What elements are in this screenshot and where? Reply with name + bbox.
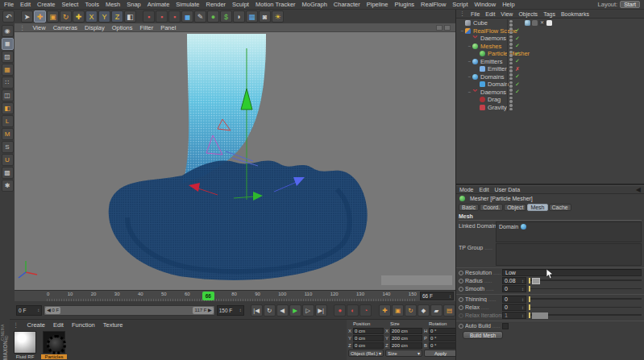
polygons-mode-icon[interactable]: ◧ — [2, 102, 14, 114]
record-keyframe-button[interactable]: ● — [334, 304, 346, 317]
object-label[interactable]: Emitter — [488, 65, 507, 72]
menu-item[interactable]: Plugins — [394, 1, 414, 8]
attribute-tab[interactable]: Coord. — [480, 204, 503, 211]
key-rotation-toggle[interactable]: ↻ — [405, 304, 417, 317]
camera-icon[interactable]: ◙ — [259, 10, 271, 23]
visibility-dots[interactable] — [509, 104, 513, 110]
enable-check-icon[interactable]: ✓ — [514, 27, 521, 34]
object-row[interactable]: Emitter ✗ — [456, 65, 644, 73]
tp-group-box[interactable] — [496, 243, 642, 266]
layout-select[interactable]: Start — [620, 1, 640, 8]
grid-array-icon[interactable]: ▦ — [246, 10, 258, 23]
viewport[interactable]: ⋮ ViewCamerasDisplayOptionsFilterPanel — [15, 23, 455, 290]
material-menu-item[interactable]: Texture — [103, 321, 123, 329]
object-label[interactable]: Domains — [480, 73, 505, 81]
relax-slider[interactable] — [529, 304, 642, 311]
am-menu-item[interactable]: Mode — [459, 187, 474, 192]
end-frame-field[interactable]: 150 F↕ — [217, 305, 244, 316]
phong-tag-icon[interactable] — [525, 20, 530, 26]
position-field[interactable]: 0 cm — [353, 342, 384, 349]
enable-check-icon[interactable]: ✓ — [514, 51, 521, 57]
menu-item[interactable]: Motion Tracker — [256, 1, 296, 8]
preview-range-slider[interactable]: ◀ 0 F 117 F ▶ — [44, 305, 214, 316]
position-field[interactable]: 0 cm — [353, 328, 384, 334]
texture-mode-icon[interactable]: ▨ — [2, 51, 14, 63]
menu-item[interactable]: Tools — [85, 1, 99, 8]
material-menu-item[interactable]: Edit — [53, 321, 64, 329]
visibility-dots[interactable] — [509, 35, 513, 42]
object-row[interactable]: Gravity — [456, 104, 644, 112]
keyframe-selection-button[interactable]: ◔ — [359, 304, 372, 317]
enable-check-icon[interactable]: ✓ — [514, 89, 521, 95]
enable-check-icon[interactable]: ✓ — [514, 81, 521, 88]
material-menu-item[interactable]: Create — [27, 321, 46, 329]
render-picture-viewer-icon[interactable]: ▪ — [156, 10, 168, 23]
om-menu-item[interactable]: Objects — [518, 11, 538, 17]
key-pla-toggle[interactable]: ▰ — [430, 304, 442, 317]
radius-slider[interactable] — [529, 277, 642, 284]
build-mesh-button[interactable]: Build Mesh — [463, 331, 503, 339]
range-end-handle[interactable]: 117 F ▶ — [193, 307, 213, 314]
autokey-button[interactable]: ◐ — [347, 304, 359, 317]
points-mode-icon[interactable]: ∷ — [2, 77, 14, 89]
timeline-track[interactable]: 0102030405060708090100110120130140150 66 — [47, 291, 417, 302]
viewport-menu-item[interactable]: View — [33, 24, 46, 31]
start-frame-field[interactable]: 0 F↕ — [16, 305, 42, 316]
object-row[interactable]: − Domains ✓ — [456, 73, 644, 81]
menu-item[interactable]: Render — [206, 1, 226, 8]
menu-item[interactable]: MoGraph — [302, 1, 327, 8]
smooth-field[interactable]: 0↕ — [502, 285, 526, 292]
visibility-dots[interactable] — [509, 58, 513, 64]
record-circle-icon[interactable] — [459, 324, 463, 329]
visibility-dots[interactable] — [509, 27, 513, 34]
object-row[interactable]: Drag — [456, 96, 644, 104]
menu-item[interactable]: Animate — [147, 1, 170, 8]
texture-tag-icon[interactable] — [546, 20, 552, 26]
range-start-handle[interactable]: ◀ 0 F — [45, 307, 60, 314]
current-frame-marker[interactable]: 66 — [202, 292, 214, 300]
locked-workplane-icon[interactable]: ▩ — [2, 167, 14, 179]
menu-item[interactable]: Snap — [127, 1, 141, 8]
expand-toggle[interactable]: − — [459, 28, 465, 33]
om-menu-item[interactable]: View — [501, 11, 513, 17]
radius-field[interactable]: 0.08↕ — [502, 277, 526, 284]
expand-toggle[interactable]: − — [467, 43, 472, 48]
magnet-icon[interactable]: U — [2, 154, 14, 166]
view-layout-icon[interactable] — [444, 25, 451, 31]
timeline-ruler[interactable]: 0102030405060708090100110120130140150 66… — [15, 290, 455, 301]
om-menu-item[interactable]: Edit — [485, 11, 495, 17]
object-row[interactable]: Particle Mesher ✓ — [456, 50, 644, 58]
am-menu-item[interactable]: User Data — [495, 187, 521, 192]
go-start-button[interactable]: |◀ — [251, 304, 263, 317]
key-parameter-toggle[interactable]: ◆ — [418, 304, 430, 317]
coord-size-dropdown[interactable]: Size▾ — [385, 350, 422, 357]
record-circle-icon[interactable] — [459, 305, 463, 310]
linked-domains-box[interactable]: Domain — [496, 221, 642, 242]
current-frame-field[interactable]: 66 F↕ — [420, 292, 454, 300]
y-axis-lock-icon[interactable]: Y — [98, 10, 110, 23]
object-manager[interactable]: Cube − RealFlow Scene ✓ — [456, 19, 644, 184]
expand-toggle[interactable]: − — [467, 59, 472, 64]
move-tool-icon[interactable]: ✚ — [34, 10, 46, 23]
viewport-menu-item[interactable]: Filter — [140, 24, 154, 31]
menu-item[interactable]: Create — [37, 1, 56, 8]
apply-button[interactable]: Apply — [424, 350, 457, 357]
enable-check-icon[interactable]: ✓ — [514, 58, 521, 64]
visibility-dots[interactable] — [509, 73, 513, 80]
visibility-dots[interactable] — [509, 20, 513, 27]
attribute-tab[interactable]: Mesh — [527, 204, 547, 211]
menu-item[interactable]: Window — [475, 1, 497, 8]
workplane-mode-icon[interactable]: ▦ — [2, 64, 14, 76]
coord-system-icon[interactable]: ◧ — [124, 10, 136, 23]
render-settings-icon[interactable]: ▪ — [168, 10, 181, 23]
spacer[interactable] — [137, 10, 142, 23]
expand-toggle[interactable]: − — [467, 89, 472, 94]
step-forward-button[interactable]: ▷ — [302, 304, 314, 317]
visibility-dots[interactable] — [509, 97, 513, 103]
object-label[interactable]: Drag — [488, 96, 501, 103]
auto-build-checkbox[interactable] — [502, 323, 509, 329]
object-row[interactable]: − Daemons ✓ — [456, 89, 644, 97]
rotation-field[interactable]: 0 ° — [429, 335, 457, 341]
size-field[interactable]: 200 cm — [390, 335, 422, 341]
enable-check-icon[interactable]: ✓ — [514, 73, 521, 80]
